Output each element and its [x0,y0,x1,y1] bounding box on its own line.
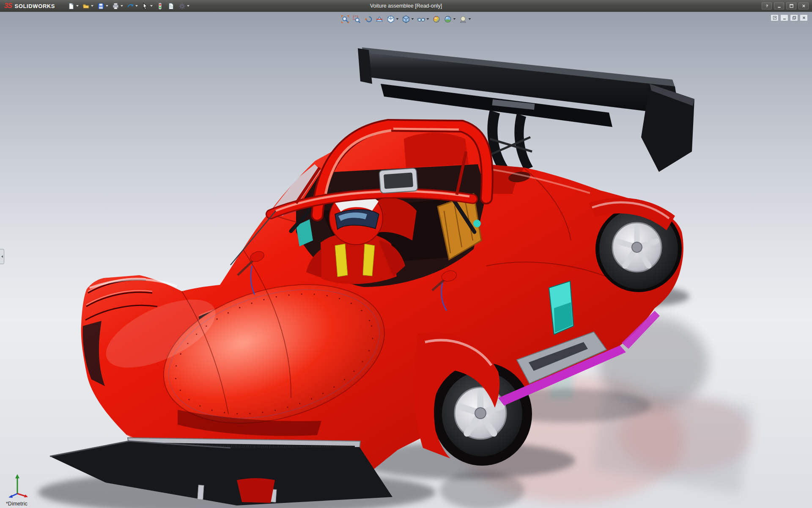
view-orientation-label: *Dimetric [6,501,27,507]
win-close-icon [801,4,806,8]
maximize-button[interactable] [786,3,796,10]
dropdown-caret-icon [76,5,79,7]
view-cube-icon [387,15,395,23]
collapse-arrow-icon [1,255,3,258]
solidworks-logo: 3S SOLIDWORKS [4,2,55,10]
view-orientation-button[interactable] [386,14,400,24]
dropdown-caret-icon [453,18,456,20]
triad-z-axis [8,494,17,498]
triad-y-axis [15,474,19,494]
child-expand-button[interactable] [771,14,779,21]
hide-show-items-button[interactable] [416,14,431,24]
zoom-to-fit-button[interactable] [340,14,351,24]
edit-appearance-button[interactable] [431,14,442,24]
previous-view-button[interactable] [363,14,373,24]
section-view-button[interactable] [374,14,385,24]
dropdown-caret-icon [396,18,399,20]
undo-button[interactable] [125,1,140,11]
window-controls: ? [762,3,809,10]
orientation-triad [5,472,30,498]
dropdown-caret-icon [135,5,138,7]
options-gear-icon [178,3,186,10]
win-min-icon [782,16,787,20]
win-close-icon [802,16,806,20]
win-min-icon [777,4,782,8]
panel-collapse-tab[interactable] [0,249,4,264]
brand-name: SOLIDWORKS [15,3,55,9]
dropdown-caret-icon [469,18,471,20]
scene-ball-icon [444,15,452,23]
document-window-controls [771,14,808,21]
select-button[interactable] [140,1,154,11]
display-style-button[interactable] [401,14,415,24]
printer-icon [112,3,119,10]
title-bar: 3S SOLIDWORKS Voiture assemblee [Read-on… [0,0,812,12]
section-view-icon [376,15,384,23]
save-floppy-icon [97,3,104,10]
new-doc-icon [68,3,75,10]
svg-text:?: ? [765,4,768,8]
view-settings-icon [459,15,467,23]
car-model-render [0,12,812,508]
zoom-area-icon [353,15,361,23]
open-button[interactable] [81,1,95,11]
dropdown-caret-icon [121,5,123,7]
win-restore-icon [792,16,796,20]
win-max-icon [789,4,794,8]
glasses-icon [417,15,425,23]
child-restore-button[interactable] [790,14,798,21]
help-icon: ? [765,4,769,8]
win-expand-icon [773,16,777,20]
dropdown-caret-icon [187,5,189,7]
open-folder-icon [82,3,90,10]
save-button[interactable] [96,1,110,11]
print-button[interactable] [110,1,125,11]
rebuild-stoplight-icon [156,3,164,10]
child-close-button[interactable] [800,14,808,21]
zoom-fit-icon [341,15,349,23]
rebuild-button[interactable] [155,1,165,11]
minimize-button[interactable] [774,3,784,10]
main-toolbar [66,1,191,11]
view-settings-button[interactable] [458,14,472,24]
appearance-ball-icon [433,15,441,23]
help-button[interactable]: ? [762,3,772,10]
previous-view-icon [364,15,372,23]
file-properties-icon [167,3,175,10]
zoom-to-area-button[interactable] [351,14,362,24]
child-minimize-button[interactable] [780,14,788,21]
undo-arrow-icon [127,3,134,10]
file-properties-button[interactable] [166,1,176,11]
document-title: Voiture assemblee [Read-only] [370,3,442,9]
options-button[interactable] [177,1,191,11]
display-style-icon [402,15,410,23]
dassault-3ds-logo-mark: 3S [4,2,12,10]
triad-x-axis [17,494,28,497]
dropdown-caret-icon [91,5,93,7]
heads-up-view-toolbar [340,14,472,24]
select-cursor-icon [142,3,149,10]
apply-scene-button[interactable] [443,14,457,24]
close-button[interactable] [798,3,809,10]
graphics-area[interactable]: *Dimetric [0,12,812,508]
dropdown-caret-icon [106,5,108,7]
dropdown-caret-icon [427,18,429,20]
dropdown-caret-icon [411,18,414,20]
new-document-button[interactable] [66,1,80,11]
dropdown-caret-icon [150,5,153,7]
